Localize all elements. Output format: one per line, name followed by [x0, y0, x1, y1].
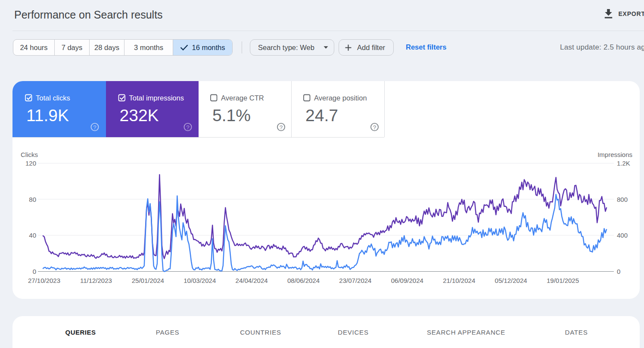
svg-text:1.2K: 1.2K	[617, 160, 630, 167]
svg-text:11/12/2023: 11/12/2023	[80, 277, 112, 284]
svg-text:06/09/2024: 06/09/2024	[391, 277, 423, 284]
svg-text:Total clicks: Total clicks	[36, 94, 70, 102]
svg-text:0: 0	[617, 268, 620, 275]
svg-text:Impressions: Impressions	[597, 151, 632, 158]
svg-text:Total impressions: Total impressions	[129, 94, 184, 102]
svg-text:05/12/2024: 05/12/2024	[495, 277, 527, 284]
svg-text:19/01/2025: 19/01/2025	[547, 277, 579, 284]
svg-text:80: 80	[29, 196, 36, 203]
svg-text:5.1%: 5.1%	[212, 106, 251, 125]
svg-text:08/06/2024: 08/06/2024	[287, 277, 320, 284]
svg-text:24/04/2024: 24/04/2024	[236, 277, 268, 284]
svg-text:?: ?	[280, 124, 283, 131]
svg-text:800: 800	[617, 196, 628, 203]
svg-text:25/01/2024: 25/01/2024	[132, 277, 164, 284]
svg-text:27/10/2023: 27/10/2023	[28, 277, 60, 284]
svg-text:232K: 232K	[120, 106, 159, 125]
svg-text:Average CTR: Average CTR	[221, 94, 264, 102]
svg-text:10/03/2024: 10/03/2024	[184, 277, 216, 284]
svg-text:120: 120	[25, 160, 36, 167]
svg-text:Clicks: Clicks	[21, 151, 38, 158]
svg-text:21/10/2024: 21/10/2024	[443, 277, 475, 284]
svg-text:40: 40	[29, 232, 36, 239]
svg-text:?: ?	[186, 124, 190, 131]
svg-text:0: 0	[33, 268, 36, 275]
svg-text:?: ?	[93, 124, 96, 131]
svg-text:?: ?	[373, 124, 376, 131]
svg-text:11.9K: 11.9K	[26, 106, 69, 125]
svg-text:400: 400	[617, 232, 628, 239]
svg-text:23/07/2024: 23/07/2024	[339, 277, 371, 284]
svg-text:Average position: Average position	[314, 94, 367, 102]
svg-text:24.7: 24.7	[305, 106, 338, 125]
